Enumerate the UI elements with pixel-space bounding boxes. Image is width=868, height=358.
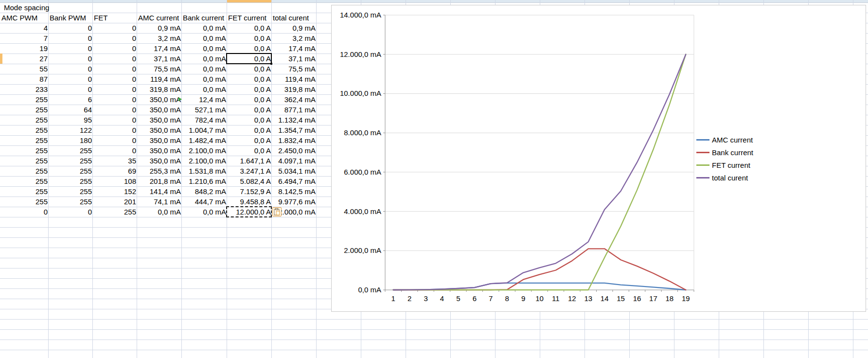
cell[interactable]: 0 bbox=[92, 33, 140, 43]
cell[interactable]: 0,0 mA bbox=[181, 207, 230, 217]
cell[interactable]: 5.034,1 mA bbox=[271, 166, 319, 176]
cell[interactable]: 0 bbox=[48, 207, 95, 217]
cell[interactable]: 0,0 mA bbox=[137, 207, 184, 217]
cell[interactable]: 255 bbox=[0, 105, 51, 115]
cell[interactable]: 6.494,7 mA bbox=[271, 176, 319, 186]
cell[interactable]: 180 bbox=[48, 135, 95, 145]
cell[interactable]: 1.482,4 mA bbox=[181, 135, 230, 145]
cell[interactable]: 0,9 mA bbox=[271, 23, 319, 33]
cell[interactable]: 255 bbox=[0, 125, 51, 135]
cell[interactable]: 0,0 A bbox=[227, 94, 274, 105]
cell[interactable]: 2.450,0 mA bbox=[271, 145, 319, 156]
cell[interactable]: 0,0 A bbox=[227, 33, 274, 43]
legend-entry[interactable]: FET current bbox=[696, 159, 753, 171]
cell[interactable]: 0 bbox=[48, 23, 95, 33]
cell[interactable]: 1.132,4 mA bbox=[271, 115, 319, 125]
cell[interactable]: 0 bbox=[92, 84, 140, 94]
cell[interactable]: 19 bbox=[0, 43, 51, 54]
cell[interactable]: 17,4 mA bbox=[137, 43, 184, 54]
cell[interactable]: 17,4 mA bbox=[271, 43, 319, 54]
cell[interactable]: 12,4 mA bbox=[181, 94, 230, 105]
cell[interactable]: 0 bbox=[92, 145, 140, 156]
cell[interactable]: 0,0 A bbox=[227, 145, 274, 156]
cell[interactable]: 0 bbox=[48, 54, 95, 64]
cell[interactable]: 255 bbox=[0, 156, 51, 166]
cell[interactable]: 37,1 mA bbox=[271, 54, 319, 64]
cell[interactable]: 9.977,6 mA bbox=[271, 197, 319, 207]
cell[interactable]: 12.000,0 A bbox=[227, 207, 274, 217]
cell[interactable]: 350,0 mA bbox=[137, 135, 184, 145]
cell[interactable]: 255 bbox=[48, 166, 95, 176]
cell[interactable]: 0 bbox=[48, 74, 95, 84]
cell[interactable]: 1.832,4 mA bbox=[271, 135, 319, 145]
cell[interactable]: 0,9 mA bbox=[137, 23, 184, 33]
cell[interactable]: 255 bbox=[0, 94, 51, 105]
cell[interactable]: 0,0 A bbox=[227, 23, 274, 33]
cell[interactable]: 350,0 mA bbox=[137, 145, 184, 156]
cell[interactable]: 255 bbox=[48, 186, 95, 197]
cell[interactable]: 255 bbox=[0, 197, 51, 207]
cell[interactable]: 75,5 mA bbox=[137, 64, 184, 74]
cell[interactable]: 255 bbox=[92, 207, 140, 217]
cell[interactable]: 255 bbox=[48, 145, 95, 156]
cell[interactable]: 122 bbox=[48, 125, 95, 135]
cell[interactable]: 108 bbox=[92, 176, 140, 186]
cell[interactable]: 350,0 mA bbox=[137, 105, 184, 115]
cell[interactable]: 0 bbox=[92, 43, 140, 54]
cell[interactable]: 3,2 mA bbox=[137, 33, 184, 43]
cell[interactable]: 0,0 mA bbox=[181, 23, 230, 33]
cell[interactable]: 255 bbox=[48, 176, 95, 186]
cell[interactable]: 0,0 A bbox=[227, 115, 274, 125]
legend-entry[interactable]: AMC current bbox=[696, 133, 753, 146]
cell[interactable]: 152 bbox=[92, 186, 140, 197]
cell[interactable]: 69 bbox=[92, 166, 140, 176]
cell[interactable]: 255,3 mA bbox=[137, 166, 184, 176]
cell[interactable]: 877,1 mA bbox=[271, 105, 319, 115]
sheet-title-cell[interactable]: Mode spacing bbox=[4, 2, 49, 13]
cell[interactable]: 0,0 mA bbox=[181, 64, 230, 74]
cell[interactable]: 350,0 mA bbox=[137, 125, 184, 135]
cell[interactable]: 0 bbox=[92, 115, 140, 125]
cell[interactable]: 255 bbox=[0, 135, 51, 145]
cell[interactable]: 255 bbox=[0, 186, 51, 197]
cell[interactable]: 527,1 mA bbox=[181, 105, 230, 115]
column-header-cell[interactable]: total curent bbox=[271, 13, 317, 23]
cell[interactable]: 1.354,7 mA bbox=[271, 125, 319, 135]
cell[interactable]: 8.142,5 mA bbox=[271, 186, 319, 197]
cell[interactable]: 0 bbox=[48, 43, 95, 54]
legend-entry[interactable]: Bank current bbox=[696, 146, 753, 159]
cell[interactable]: 0 bbox=[92, 94, 140, 105]
legend-entry[interactable]: total curent bbox=[696, 171, 753, 184]
embedded-chart[interactable]: AMC currentBank currentFET currenttotal … bbox=[331, 5, 866, 312]
cell[interactable]: 0,0 mA bbox=[181, 84, 230, 94]
cell[interactable]: 119,4 mA bbox=[271, 74, 319, 84]
cell[interactable]: 1.531,8 mA bbox=[181, 166, 230, 176]
cell[interactable]: 0 bbox=[48, 33, 95, 43]
cell[interactable]: 7 bbox=[0, 33, 51, 43]
cell[interactable]: 1.210,6 mA bbox=[181, 176, 230, 186]
cell[interactable]: 0 bbox=[92, 74, 140, 84]
cell[interactable]: 782,4 mA bbox=[181, 115, 230, 125]
cell[interactable]: 2.100,0 mA bbox=[181, 145, 230, 156]
cell[interactable]: 3,2 mA bbox=[271, 33, 319, 43]
cell[interactable]: 0 bbox=[92, 23, 140, 33]
cell[interactable]: 848,2 mA bbox=[181, 186, 230, 197]
column-header-cell[interactable]: Bank current bbox=[181, 13, 228, 23]
cell[interactable]: 87 bbox=[0, 74, 51, 84]
cell[interactable]: 233 bbox=[0, 84, 51, 94]
cell[interactable]: 0,0 mA bbox=[181, 33, 230, 43]
cell[interactable]: 5.082,4 A bbox=[227, 176, 274, 186]
cell[interactable]: 350,0 mA bbox=[137, 115, 184, 125]
cell[interactable]: 0,0 mA bbox=[181, 54, 230, 64]
cell[interactable]: 0 bbox=[92, 54, 140, 64]
cell[interactable]: 255 bbox=[0, 115, 51, 125]
cell[interactable]: 0,0 A bbox=[227, 84, 274, 94]
cell[interactable]: 64 bbox=[48, 105, 95, 115]
cell[interactable]: 0,0 A bbox=[227, 125, 274, 135]
cell[interactable]: 0 bbox=[92, 105, 140, 115]
cell[interactable]: 3.247,1 A bbox=[227, 166, 274, 176]
cell[interactable]: 0,0 A bbox=[227, 105, 274, 115]
cell[interactable]: 37,1 mA bbox=[137, 54, 184, 64]
cell[interactable]: 0 bbox=[0, 207, 51, 217]
cell[interactable]: 0 bbox=[92, 64, 140, 74]
